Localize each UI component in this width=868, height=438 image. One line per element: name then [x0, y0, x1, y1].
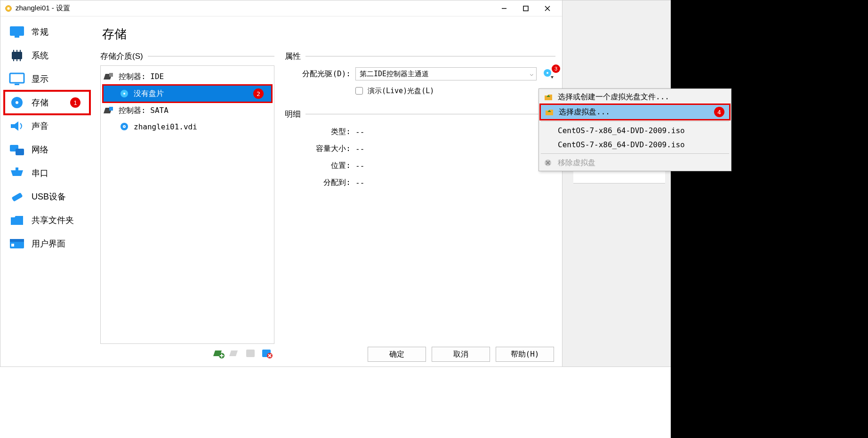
- live-cd-checkbox[interactable]: [355, 87, 363, 95]
- svg-marker-19: [11, 121, 18, 131]
- menu-iso-2[interactable]: CentOS-7-x86_64-DVD-2009.iso: [540, 137, 730, 151]
- detail-label: 位置:: [285, 161, 351, 171]
- svg-rect-33: [109, 107, 113, 111]
- sidebar-item-network[interactable]: 网络: [5, 139, 89, 160]
- choose-disk-button[interactable]: 3: [541, 67, 555, 80]
- menu-remove-disk: 移除虚拟盘: [540, 156, 730, 170]
- sidebar-item-shared-folders[interactable]: 共享文件夹: [5, 209, 89, 231]
- cancel-button[interactable]: 取消: [432, 347, 490, 362]
- chip-icon: [9, 49, 25, 62]
- maximize-button[interactable]: [515, 1, 537, 16]
- background-panel: [563, 0, 671, 367]
- menu-choose-create[interactable]: 选择或创建一个虚拟光盘文件...: [540, 90, 730, 104]
- svg-rect-8: [12, 52, 22, 59]
- svg-rect-24: [11, 192, 23, 202]
- storage-media-label: 存储介质(S): [100, 51, 274, 65]
- svg-rect-29: [109, 73, 113, 77]
- page-title: 存储: [100, 20, 555, 51]
- sidebar-item-label: 用户界面: [32, 238, 65, 249]
- storage-media-panel: 存储介质(S) 控制器: IDE 没有盘片 2: [100, 51, 274, 363]
- optical-drive-row: 分配光驱(D): 第二IDE控制器主通道 ⌵ 3: [285, 65, 555, 82]
- detail-value: --: [355, 127, 364, 136]
- usb-icon: [9, 190, 25, 203]
- disk-vdi[interactable]: zhanglei01.vdi: [101, 119, 274, 135]
- optical-drive-combo[interactable]: 第二IDE控制器主通道 ⌵: [355, 67, 537, 80]
- close-button[interactable]: [537, 1, 558, 16]
- sidebar-item-storage[interactable]: 存储 1: [5, 92, 89, 113]
- menu-label: 移除虚拟盘: [558, 158, 595, 168]
- optical-empty[interactable]: 没有盘片 2: [104, 86, 271, 102]
- folder-up-icon: [545, 108, 554, 116]
- sidebar-item-label: 系统: [32, 50, 48, 61]
- sidebar-item-serial[interactable]: 串口: [5, 162, 89, 184]
- sidebar-item-usb[interactable]: USB设备: [5, 186, 89, 207]
- help-button[interactable]: 帮助(H): [496, 347, 554, 362]
- svg-rect-16: [15, 84, 19, 85]
- menu-label: 选择或创建一个虚拟光盘文件...: [558, 92, 669, 102]
- svg-rect-3: [523, 6, 528, 11]
- attributes-label: 属性: [285, 51, 555, 65]
- svg-rect-27: [11, 244, 14, 247]
- remove-attachment-button[interactable]: [260, 347, 273, 360]
- controller-sata[interactable]: 控制器: SATA: [101, 103, 274, 119]
- ui-icon: [9, 237, 25, 250]
- svg-rect-21: [16, 149, 24, 155]
- sidebar-item-general[interactable]: 常规: [5, 21, 89, 43]
- sidebar-item-label: 存储: [32, 97, 48, 108]
- detail-type-row: 类型: --: [285, 123, 555, 140]
- svg-point-31: [123, 93, 125, 95]
- sidebar-item-interface[interactable]: 用户界面: [5, 233, 89, 255]
- disk-label: zhanglei01.vdi: [134, 122, 197, 131]
- menu-label: CentOS-7-x86_64-DVD-2009.iso: [558, 126, 685, 135]
- background-strip: [671, 0, 868, 438]
- detail-size-row: 容量大小: --: [285, 140, 555, 157]
- hdd-icon: [120, 122, 129, 131]
- ok-button[interactable]: 确定: [368, 347, 426, 362]
- sidebar: 常规 系统 显示 存储 1 声音 网络: [0, 16, 94, 366]
- chevron-down-icon: ⌵: [530, 71, 533, 77]
- main-panel: 存储 存储介质(S) 控制器: IDE 没有盘片 2: [94, 16, 562, 366]
- optical-drive-label: 分配光驱(D):: [285, 69, 351, 79]
- add-attachment-button[interactable]: [244, 347, 257, 360]
- monitor-icon: [9, 25, 25, 39]
- optical-label: 没有盘片: [134, 89, 164, 99]
- svg-rect-26: [10, 239, 24, 242]
- annotation-badge-2: 2: [253, 88, 264, 99]
- sidebar-item-system[interactable]: 系统: [5, 45, 89, 66]
- attributes-panel: 属性 分配光驱(D): 第二IDE控制器主通道 ⌵ 3: [285, 51, 555, 363]
- app-icon: [4, 4, 13, 13]
- remove-controller-button[interactable]: [228, 347, 241, 360]
- controller-label: 控制器: IDE: [119, 72, 164, 82]
- sidebar-item-display[interactable]: 显示: [5, 68, 89, 90]
- folder-up-icon: [544, 93, 553, 101]
- controller-ide[interactable]: 控制器: IDE: [101, 69, 274, 85]
- sidebar-item-audio[interactable]: 声音: [5, 115, 89, 137]
- sidebar-item-label: 串口: [32, 167, 48, 179]
- sidebar-item-label: 网络: [32, 144, 48, 155]
- network-icon: [9, 143, 25, 156]
- storage-toolbar: [100, 344, 274, 363]
- detail-value: --: [355, 178, 364, 187]
- disc-icon: [120, 89, 129, 98]
- detail-location-row: 位置: --: [285, 157, 555, 174]
- optical-drive-value: 第二IDE控制器主通道: [360, 70, 429, 79]
- svg-point-1: [7, 7, 9, 9]
- svg-rect-6: [10, 26, 24, 36]
- live-cd-label: 演示(Live)光盘(L): [368, 87, 434, 96]
- add-controller-button[interactable]: [212, 347, 225, 360]
- sidebar-item-label: 常规: [32, 26, 48, 38]
- svg-marker-49: [551, 76, 554, 79]
- minimize-button[interactable]: [493, 1, 515, 16]
- menu-iso-1[interactable]: CentOS-7-x86_64-DVD-2009.iso: [540, 123, 730, 137]
- annotation-badge-3: 3: [552, 64, 560, 73]
- svg-rect-15: [10, 73, 24, 83]
- storage-tree[interactable]: 控制器: IDE 没有盘片 2 控制器: SATA: [100, 65, 274, 344]
- svg-rect-23: [16, 167, 18, 170]
- svg-marker-22: [11, 170, 23, 176]
- controller-icon: [104, 106, 114, 115]
- menu-label: 选择虚拟盘...: [559, 107, 610, 117]
- display-icon: [9, 72, 25, 86]
- controller-icon: [104, 72, 114, 81]
- menu-choose-disk[interactable]: 选择虚拟盘... 4: [541, 105, 729, 119]
- detail-label: 分配到:: [285, 178, 351, 188]
